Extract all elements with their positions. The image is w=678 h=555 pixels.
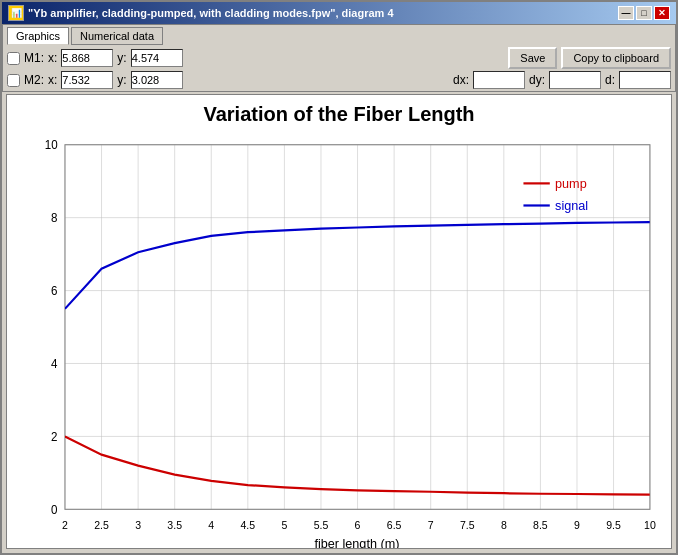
dy-label: dy: xyxy=(529,73,545,87)
svg-text:2.5: 2.5 xyxy=(94,519,109,531)
svg-text:2: 2 xyxy=(51,430,57,444)
svg-text:8.5: 8.5 xyxy=(533,519,548,531)
svg-text:6: 6 xyxy=(51,284,58,298)
title-bar: 📊 "Yb amplifier, cladding-pumped, with c… xyxy=(2,2,676,24)
legend-signal-label: signal xyxy=(555,198,588,213)
svg-text:fiber length (m): fiber length (m) xyxy=(314,536,399,548)
chart-container: Variation of the Fiber Length xyxy=(6,94,672,549)
m2-checkbox[interactable] xyxy=(7,74,20,87)
svg-text:7: 7 xyxy=(428,519,434,531)
svg-text:6.5: 6.5 xyxy=(387,519,402,531)
svg-text:5: 5 xyxy=(281,519,287,531)
svg-text:4: 4 xyxy=(208,519,214,531)
title-buttons: — □ ✕ xyxy=(618,6,670,20)
svg-text:9.5: 9.5 xyxy=(606,519,621,531)
svg-text:9: 9 xyxy=(574,519,580,531)
svg-text:7.5: 7.5 xyxy=(460,519,475,531)
m1-x-input[interactable] xyxy=(61,49,113,67)
m1-label: M1: xyxy=(24,51,44,65)
controls-panel: Graphics Numerical data M1: x: y: Save C… xyxy=(2,24,676,92)
m2-y-label: y: xyxy=(117,73,126,87)
maximize-button[interactable]: □ xyxy=(636,6,652,20)
m1-checkbox[interactable] xyxy=(7,52,20,65)
main-window: 📊 "Yb amplifier, cladding-pumped, with c… xyxy=(0,0,678,555)
svg-text:8: 8 xyxy=(51,211,58,225)
m1-x-label: x: xyxy=(48,51,57,65)
chart-svg: 0 2 4 6 8 10 2 2.5 3 3.5 4 4.5 5 5.5 6 6… xyxy=(7,95,671,548)
m2-x-input[interactable] xyxy=(61,71,113,89)
m1-y-label: y: xyxy=(117,51,126,65)
m2-y-input[interactable] xyxy=(131,71,183,89)
window-icon: 📊 xyxy=(8,5,24,21)
svg-text:3.5: 3.5 xyxy=(167,519,182,531)
svg-text:4: 4 xyxy=(51,357,58,371)
svg-text:4.5: 4.5 xyxy=(241,519,256,531)
svg-text:2: 2 xyxy=(62,519,68,531)
m2-x-label: x: xyxy=(48,73,57,87)
legend-pump-label: pump xyxy=(555,176,587,191)
svg-text:6: 6 xyxy=(355,519,361,531)
marker-row-2: M2: x: y: dx: dy: d: xyxy=(7,71,671,89)
dy-input[interactable] xyxy=(549,71,601,89)
tab-graphics[interactable]: Graphics xyxy=(7,27,69,45)
close-button[interactable]: ✕ xyxy=(654,6,670,20)
svg-text:3: 3 xyxy=(135,519,141,531)
dx-input[interactable] xyxy=(473,71,525,89)
dx-label: dx: xyxy=(453,73,469,87)
tab-numerical[interactable]: Numerical data xyxy=(71,27,163,45)
m1-y-input[interactable] xyxy=(131,49,183,67)
svg-text:8: 8 xyxy=(501,519,507,531)
window-title: "Yb amplifier, cladding-pumped, with cla… xyxy=(28,7,394,19)
d-input[interactable] xyxy=(619,71,671,89)
tab-bar: Graphics Numerical data xyxy=(7,27,671,45)
d-label: d: xyxy=(605,73,615,87)
svg-text:10: 10 xyxy=(45,138,58,152)
marker-row-1: M1: x: y: Save Copy to clipboard xyxy=(7,47,671,69)
minimize-button[interactable]: — xyxy=(618,6,634,20)
m2-label: M2: xyxy=(24,73,44,87)
copy-clipboard-button[interactable]: Copy to clipboard xyxy=(561,47,671,69)
save-button[interactable]: Save xyxy=(508,47,557,69)
svg-text:5.5: 5.5 xyxy=(314,519,329,531)
svg-text:10: 10 xyxy=(644,519,656,531)
svg-text:0: 0 xyxy=(51,502,58,516)
title-bar-left: 📊 "Yb amplifier, cladding-pumped, with c… xyxy=(8,5,394,21)
